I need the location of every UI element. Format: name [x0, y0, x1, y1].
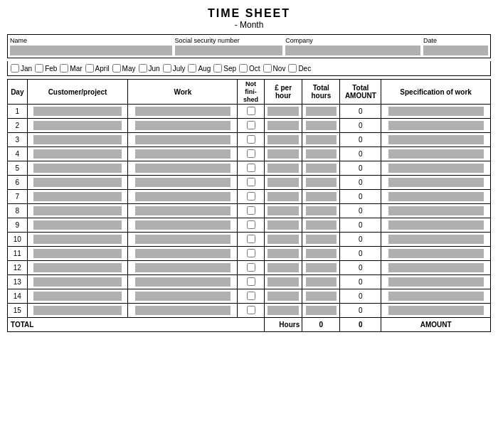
cell-per-hour-1[interactable]: [265, 105, 302, 119]
cell-customer-10[interactable]: [27, 233, 128, 247]
cell-customer-12[interactable]: [27, 261, 128, 275]
cell-per-hour-2[interactable]: [265, 119, 302, 133]
cell-total-hours-9[interactable]: [302, 218, 340, 233]
cell-work-11[interactable]: [128, 247, 238, 261]
cell-customer-3[interactable]: [27, 133, 128, 147]
cell-customer-6[interactable]: [27, 176, 128, 190]
checkbox-nov[interactable]: [263, 64, 272, 73]
cell-customer-7[interactable]: [27, 190, 128, 204]
cell-checkbox-4[interactable]: [238, 147, 265, 161]
cell-customer-8[interactable]: [27, 204, 128, 218]
cell-checkbox-6[interactable]: [238, 176, 265, 190]
cell-total-hours-10[interactable]: [302, 233, 340, 247]
cell-customer-1[interactable]: [27, 105, 128, 119]
cell-checkbox-15[interactable]: [238, 304, 265, 318]
checkbox-row-3[interactable]: [247, 135, 255, 144]
cell-checkbox-10[interactable]: [238, 233, 265, 247]
checkbox-row-13[interactable]: [247, 277, 255, 286]
cell-spec-4[interactable]: [381, 147, 491, 161]
checkbox-row-14[interactable]: [247, 292, 255, 300]
cell-checkbox-12[interactable]: [238, 261, 265, 275]
cell-checkbox-9[interactable]: [238, 218, 265, 233]
checkbox-row-6[interactable]: [247, 178, 255, 186]
checkbox-oct[interactable]: [239, 64, 248, 73]
cell-total-hours-8[interactable]: [302, 204, 340, 218]
cell-work-6[interactable]: [128, 176, 238, 190]
cell-work-12[interactable]: [128, 261, 238, 275]
cell-spec-3[interactable]: [381, 133, 491, 147]
cell-work-5[interactable]: [128, 161, 238, 176]
cell-customer-13[interactable]: [27, 275, 128, 289]
cell-per-hour-3[interactable]: [265, 133, 302, 147]
cell-total-hours-14[interactable]: [302, 289, 340, 304]
cell-per-hour-6[interactable]: [265, 176, 302, 190]
cell-total-hours-12[interactable]: [302, 261, 340, 275]
cell-total-hours-6[interactable]: [302, 176, 340, 190]
checkbox-row-15[interactable]: [247, 306, 255, 314]
checkbox-jun[interactable]: [139, 64, 147, 73]
cell-work-4[interactable]: [128, 147, 238, 161]
cell-customer-4[interactable]: [27, 147, 128, 161]
cell-work-2[interactable]: [128, 119, 238, 133]
cell-spec-10[interactable]: [381, 233, 491, 247]
cell-work-15[interactable]: [128, 304, 238, 318]
cell-total-hours-15[interactable]: [302, 304, 340, 318]
checkbox-aug[interactable]: [188, 64, 196, 73]
checkbox-dec[interactable]: [288, 64, 297, 73]
cell-checkbox-11[interactable]: [238, 247, 265, 261]
cell-per-hour-9[interactable]: [265, 218, 302, 233]
cell-checkbox-14[interactable]: [238, 289, 265, 304]
checkbox-row-5[interactable]: [247, 164, 255, 172]
company-input[interactable]: [285, 46, 420, 55]
cell-customer-15[interactable]: [27, 304, 128, 318]
cell-per-hour-14[interactable]: [265, 289, 302, 304]
checkbox-jan[interactable]: [11, 64, 19, 73]
cell-work-13[interactable]: [128, 275, 238, 289]
cell-customer-9[interactable]: [27, 218, 128, 233]
checkbox-row-8[interactable]: [247, 206, 255, 215]
cell-spec-7[interactable]: [381, 190, 491, 204]
cell-spec-15[interactable]: [381, 304, 491, 318]
checkbox-row-1[interactable]: [247, 107, 255, 115]
cell-total-hours-3[interactable]: [302, 133, 340, 147]
cell-per-hour-15[interactable]: [265, 304, 302, 318]
checkbox-row-4[interactable]: [247, 149, 255, 158]
cell-customer-11[interactable]: [27, 247, 128, 261]
cell-checkbox-2[interactable]: [238, 119, 265, 133]
checkbox-feb[interactable]: [35, 64, 43, 73]
cell-checkbox-13[interactable]: [238, 275, 265, 289]
cell-per-hour-12[interactable]: [265, 261, 302, 275]
cell-total-hours-7[interactable]: [302, 190, 340, 204]
checkbox-row-11[interactable]: [247, 249, 255, 257]
cell-per-hour-13[interactable]: [265, 275, 302, 289]
cell-work-10[interactable]: [128, 233, 238, 247]
cell-per-hour-4[interactable]: [265, 147, 302, 161]
checkbox-row-12[interactable]: [247, 263, 255, 272]
checkbox-july[interactable]: [163, 64, 171, 73]
checkbox-mar[interactable]: [60, 64, 68, 73]
cell-total-hours-5[interactable]: [302, 161, 340, 176]
cell-per-hour-11[interactable]: [265, 247, 302, 261]
date-input[interactable]: [423, 46, 488, 55]
cell-checkbox-8[interactable]: [238, 204, 265, 218]
cell-spec-1[interactable]: [381, 105, 491, 119]
checkbox-row-2[interactable]: [247, 121, 255, 129]
cell-work-3[interactable]: [128, 133, 238, 147]
cell-spec-13[interactable]: [381, 275, 491, 289]
cell-checkbox-5[interactable]: [238, 161, 265, 176]
cell-total-hours-13[interactable]: [302, 275, 340, 289]
cell-customer-14[interactable]: [27, 289, 128, 304]
cell-spec-11[interactable]: [381, 247, 491, 261]
cell-total-hours-1[interactable]: [302, 105, 340, 119]
cell-checkbox-7[interactable]: [238, 190, 265, 204]
cell-per-hour-7[interactable]: [265, 190, 302, 204]
cell-work-7[interactable]: [128, 190, 238, 204]
cell-spec-14[interactable]: [381, 289, 491, 304]
checkbox-row-7[interactable]: [247, 192, 255, 201]
cell-work-14[interactable]: [128, 289, 238, 304]
cell-work-9[interactable]: [128, 218, 238, 233]
cell-total-hours-2[interactable]: [302, 119, 340, 133]
cell-spec-8[interactable]: [381, 204, 491, 218]
cell-per-hour-5[interactable]: [265, 161, 302, 176]
cell-checkbox-3[interactable]: [238, 133, 265, 147]
